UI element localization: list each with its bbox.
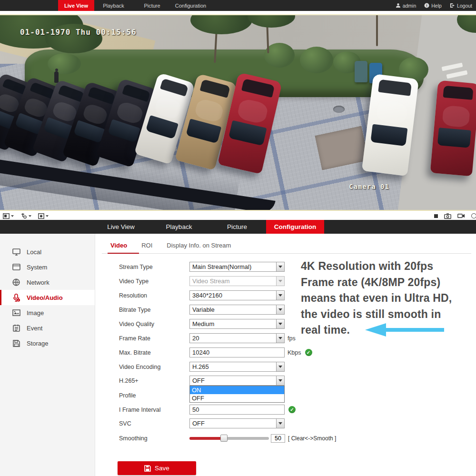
annotation-line: means that even in Ultra HD, [301, 290, 472, 307]
sidebar-item-network[interactable]: Network [0, 275, 95, 290]
annotation-line: Frame rate (4K/8MP 20fps) [301, 275, 472, 291]
slider-fill [189, 437, 224, 440]
svc-select[interactable]: OFF [189, 418, 285, 428]
cfg-tab-picture[interactable]: Picture [208, 220, 266, 234]
tab-display-info[interactable]: Display Info. on Stream [167, 242, 231, 253]
chevron-down-icon [276, 362, 284, 371]
camera-name-overlay: Camera 01 [349, 183, 389, 190]
mic-icon [12, 294, 20, 302]
top-tab-picture[interactable]: Picture [133, 0, 171, 11]
field-label: SVC [119, 420, 189, 427]
field-label: Bitrate Type [119, 307, 189, 313]
trash-bin [355, 61, 367, 82]
annotation-arrow [358, 323, 445, 337]
smoothing-slider[interactable] [189, 435, 269, 442]
config-sidebar: Local System Network Video/Audio Image E… [0, 234, 95, 476]
sidebar-item-label: Image [27, 309, 44, 317]
sidebar-item-video-audio[interactable]: Video/Audio [0, 290, 95, 305]
sidebar-item-label: Local [27, 248, 41, 256]
top-nav-bar: Live View Playback Picture Configuration… [0, 0, 476, 11]
stream-type-button[interactable] [20, 213, 31, 219]
sidebar-item-event[interactable]: Event [0, 320, 95, 336]
cfg-tab-live-view[interactable]: Live View [92, 220, 150, 234]
field-label: H.265+ [119, 377, 189, 384]
slider-hint-label: [ Clear<->Smooth ] [288, 435, 336, 442]
stream-type-select[interactable]: Main Stream(Normal) [189, 262, 285, 272]
record-icon[interactable] [457, 213, 465, 218]
layout-select-button[interactable] [3, 213, 14, 219]
bitrate-type-select[interactable]: Variable [189, 305, 285, 315]
select-value: 3840*2160 [190, 291, 276, 300]
sidebar-item-system[interactable]: System [0, 259, 95, 275]
unit-label: Kbps [288, 349, 301, 356]
dropdown-option-on[interactable]: ON [190, 386, 284, 394]
select-value: H.265 [190, 362, 276, 371]
logout-button[interactable]: Logout [450, 3, 472, 9]
h265-plus-dropdown-list: ON OFF [189, 386, 285, 403]
logout-icon [450, 3, 455, 8]
cfg-tab-configuration[interactable]: Configuration [266, 220, 324, 234]
valid-check-icon [288, 406, 296, 413]
dropdown-option-off[interactable]: OFF [190, 394, 284, 402]
chevron-down-icon [276, 376, 284, 385]
field-label: Stream Type [119, 264, 189, 270]
video-encoding-select[interactable]: H.265 [189, 362, 285, 372]
field-label: Video Type [119, 278, 189, 285]
form-row-smoothing: Smoothing [ Clear<->Smooth ] [119, 433, 336, 443]
valid-check-icon [305, 349, 312, 356]
cfg-tab-playback[interactable]: Playback [150, 220, 208, 234]
unit-label: fps [288, 335, 296, 342]
save-button[interactable]: Save [118, 461, 196, 475]
image-adjust-icon [38, 213, 44, 219]
form-row-video-type: Video Type Video Stream [119, 276, 285, 286]
max-bitrate-input[interactable] [189, 347, 285, 357]
help-button[interactable]: i Help [424, 3, 442, 9]
iframe-interval-input[interactable] [189, 405, 285, 415]
sidebar-item-local[interactable]: Local [0, 244, 95, 259]
active-tab-underline [108, 253, 139, 254]
bush [300, 47, 333, 73]
annotation-line: 4K Resolution with 20fps [301, 258, 472, 275]
top-tab-live-view[interactable]: Live View [58, 0, 94, 11]
sidebar-item-label: Storage [27, 340, 49, 347]
manhole-cover [333, 106, 345, 113]
monitor-icon [12, 248, 20, 256]
chevron-down-icon [276, 262, 284, 271]
video-quality-select[interactable]: Medium [189, 319, 285, 329]
tab-video[interactable]: Video [110, 242, 127, 253]
form-row-video-encoding: Video Encoding H.265 [119, 362, 285, 372]
stop-icon[interactable] [434, 214, 438, 218]
slider-thumb[interactable] [220, 435, 228, 442]
storage-icon [12, 340, 20, 347]
sidebar-item-image[interactable]: Image [0, 305, 95, 320]
help-label: Help [431, 3, 442, 9]
user-icon [396, 3, 401, 8]
resolution-select[interactable]: 3840*2160 [189, 290, 285, 300]
audio-icon[interactable] [471, 213, 476, 218]
tab-roi[interactable]: ROI [141, 242, 152, 253]
sidebar-item-storage[interactable]: Storage [0, 336, 95, 351]
chevron-down-icon [276, 419, 284, 428]
field-label: Frame Rate [119, 335, 189, 342]
arrow-shaft [378, 328, 444, 332]
chevron-down-icon [276, 334, 284, 343]
layout-icon [3, 213, 10, 219]
frame-rate-select[interactable]: 20 [189, 333, 285, 343]
top-tab-configuration[interactable]: Configuration [171, 0, 210, 11]
logout-label: Logout [457, 3, 472, 9]
smoothing-value-input[interactable] [271, 434, 285, 443]
top-tab-playback[interactable]: Playback [94, 0, 133, 11]
tab-divider [102, 253, 471, 254]
h265-plus-select[interactable]: OFF [189, 376, 285, 386]
snapshot-icon[interactable] [444, 213, 451, 219]
sidebar-item-label: Video/Audio [27, 294, 63, 301]
viewer-toolbar [0, 212, 476, 220]
chevron-down-icon [276, 305, 284, 314]
chevron-down-icon [46, 215, 49, 218]
image-adjust-button[interactable] [38, 213, 49, 219]
field-label: Max. Bitrate [119, 349, 189, 356]
form-row-h265-plus: H.265+ OFF [119, 376, 285, 386]
select-value: 20 [190, 334, 276, 343]
admin-user[interactable]: admin [396, 3, 416, 9]
top-nav-tabs: Live View Playback Picture Configuration [58, 0, 210, 11]
